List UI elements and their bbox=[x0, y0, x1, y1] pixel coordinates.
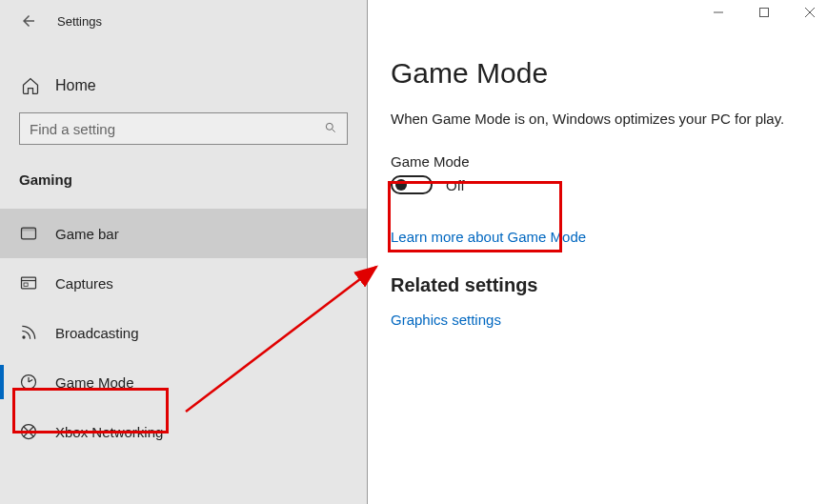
svg-rect-3 bbox=[22, 228, 36, 231]
home-label: Home bbox=[55, 77, 96, 94]
related-heading: Related settings bbox=[391, 274, 804, 296]
xbox-icon bbox=[19, 422, 38, 441]
svg-rect-11 bbox=[760, 9, 769, 17]
search-box[interactable] bbox=[19, 112, 348, 145]
svg-point-7 bbox=[22, 335, 25, 338]
home-icon bbox=[21, 76, 40, 95]
svg-rect-6 bbox=[24, 283, 28, 286]
sidebar-item-captures[interactable]: Captures bbox=[0, 258, 367, 308]
sidebar-item-label: Game bar bbox=[55, 226, 119, 242]
page-title: Game Mode bbox=[391, 57, 804, 90]
toggle-block: Game Mode Off bbox=[391, 153, 804, 194]
window-controls bbox=[709, 6, 819, 21]
sidebar-item-label: Captures bbox=[55, 275, 113, 292]
content-pane: Game Mode When Game Mode is on, Windows … bbox=[368, 0, 827, 504]
minimize-icon bbox=[713, 7, 724, 18]
svg-line-1 bbox=[333, 129, 335, 131]
sidebar-item-xbox[interactable]: Xbox Networking bbox=[0, 407, 367, 456]
toggle-label: Game Mode bbox=[391, 153, 804, 170]
graphics-settings-link[interactable]: Graphics settings bbox=[391, 312, 501, 328]
sidebar-item-broadcasting[interactable]: Broadcasting bbox=[0, 308, 367, 357]
search-icon bbox=[324, 121, 337, 137]
captures-icon bbox=[19, 273, 38, 292]
toggle-knob bbox=[395, 179, 407, 191]
sidebar-item-gamemode[interactable]: Game Mode bbox=[0, 357, 367, 407]
learn-more-link[interactable]: Learn more about Game Mode bbox=[391, 229, 586, 245]
close-button[interactable] bbox=[800, 6, 819, 21]
sidebar-item-label: Broadcasting bbox=[55, 325, 139, 341]
section-heading: Gaming bbox=[0, 151, 367, 203]
sidebar-item-gamebar[interactable]: Game bar bbox=[0, 209, 367, 258]
nav-items: Game bar Captures Broadcasting Game Mode… bbox=[0, 209, 367, 456]
app-titlebar: Settings bbox=[0, 0, 367, 44]
broadcasting-icon bbox=[19, 323, 38, 342]
close-icon bbox=[804, 7, 816, 18]
search-input[interactable] bbox=[30, 121, 324, 137]
gamebar-icon bbox=[19, 224, 38, 243]
app-title: Settings bbox=[57, 14, 102, 29]
maximize-button[interactable] bbox=[755, 6, 774, 21]
maximize-icon bbox=[758, 7, 770, 18]
search-wrap bbox=[0, 107, 367, 151]
home-nav[interactable]: Home bbox=[0, 65, 367, 107]
sidebar-item-label: Game Mode bbox=[55, 374, 134, 391]
minimize-button[interactable] bbox=[709, 6, 728, 21]
game-mode-toggle[interactable]: Off bbox=[391, 175, 804, 194]
sidebar: Settings Home Gaming Game bar Captures bbox=[0, 0, 368, 504]
gamemode-icon bbox=[19, 373, 38, 392]
arrow-left-icon bbox=[20, 12, 37, 30]
svg-point-0 bbox=[326, 123, 333, 130]
sidebar-item-label: Xbox Networking bbox=[55, 424, 163, 440]
toggle-switch[interactable] bbox=[391, 175, 433, 194]
toggle-state: Off bbox=[446, 177, 465, 193]
page-description: When Game Mode is on, Windows optimizes … bbox=[391, 109, 791, 129]
back-button[interactable] bbox=[17, 10, 40, 32]
